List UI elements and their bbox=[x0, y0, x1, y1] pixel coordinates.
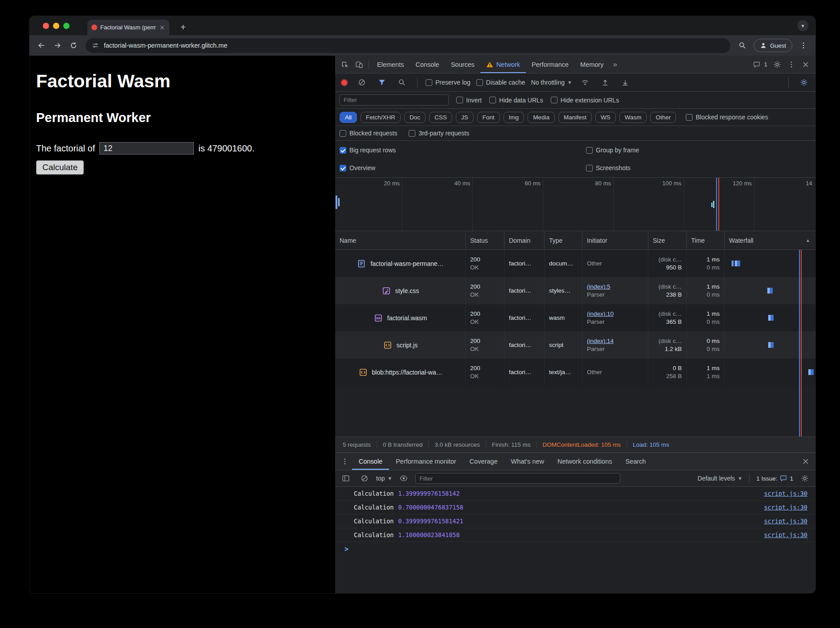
tab-close-icon[interactable] bbox=[159, 24, 165, 31]
default-levels-dropdown[interactable]: Default levels ▼ bbox=[697, 475, 742, 482]
initiator-link[interactable]: (index):14 bbox=[587, 338, 643, 344]
import-har-icon[interactable] bbox=[598, 76, 612, 89]
devtools-menu-icon[interactable] bbox=[784, 58, 799, 71]
window-minimize-button[interactable] bbox=[53, 23, 59, 29]
new-tab-button[interactable]: + bbox=[177, 21, 189, 33]
third-party-requests-checkbox[interactable]: 3rd-party requests bbox=[409, 130, 469, 137]
screenshots-checkbox[interactable]: Screenshots bbox=[586, 164, 631, 171]
column-header-domain[interactable]: Domain bbox=[504, 231, 545, 249]
tab-elements[interactable]: Elements bbox=[371, 56, 410, 73]
drawer-tab-performance-monitor[interactable]: Performance monitor bbox=[389, 453, 463, 470]
column-header-initiator[interactable]: Initiator bbox=[582, 231, 648, 249]
reload-button[interactable] bbox=[66, 38, 81, 53]
filter-chip-js[interactable]: JS bbox=[456, 112, 474, 123]
issues-counter[interactable]: 1 Issue: 1 bbox=[756, 475, 793, 482]
drawer-tab-console[interactable]: Console bbox=[352, 453, 389, 470]
clear-network-log-icon[interactable] bbox=[355, 76, 369, 89]
hide-extension-urls-checkbox[interactable]: Hide extension URLs bbox=[551, 97, 619, 104]
source-link[interactable]: script.js:30 bbox=[764, 490, 807, 497]
devtools-settings-icon[interactable] bbox=[770, 58, 784, 71]
filter-chip-css[interactable]: CSS bbox=[429, 112, 452, 123]
browser-menu-button[interactable] bbox=[796, 38, 811, 53]
network-request-row[interactable]: script.js 200OK factori… script (index):… bbox=[335, 331, 815, 359]
network-request-row[interactable]: blob:https://factorial-wa… 200OK factori… bbox=[335, 359, 815, 386]
site-settings-icon[interactable] bbox=[92, 42, 99, 49]
console-context-dropdown[interactable]: top ▼ bbox=[376, 475, 392, 482]
tab-console[interactable]: Console bbox=[410, 56, 445, 73]
network-request-row[interactable]: factorial.wasm 200OK factori… wasm (inde… bbox=[335, 304, 815, 331]
filter-chip-other[interactable]: Other bbox=[650, 112, 676, 123]
hide-data-urls-checkbox[interactable]: Hide data URLs bbox=[489, 97, 543, 104]
filter-chip-all[interactable]: All bbox=[340, 112, 357, 123]
device-toolbar-icon[interactable] bbox=[352, 58, 366, 71]
filter-chip-img[interactable]: Img bbox=[504, 112, 524, 123]
column-header-status[interactable]: Status bbox=[466, 231, 504, 249]
filter-chip-ws[interactable]: WS bbox=[595, 112, 616, 123]
window-close-button[interactable] bbox=[43, 23, 49, 29]
blocked-response-cookies-checkbox[interactable]: Blocked response cookies bbox=[686, 114, 768, 121]
filter-icon[interactable] bbox=[375, 76, 389, 89]
network-overview[interactable]: 20 ms 40 ms 60 ms 80 ms 100 ms 120 ms 14 bbox=[335, 178, 815, 231]
tab-performance[interactable]: Performance bbox=[526, 56, 574, 73]
column-header-waterfall[interactable]: Waterfall ▲ bbox=[725, 231, 815, 249]
initiator-link[interactable]: (index):5 bbox=[587, 283, 643, 290]
tab-search-button[interactable]: ▾ bbox=[797, 20, 808, 31]
preserve-log-checkbox[interactable]: Preserve log bbox=[426, 79, 471, 86]
invert-checkbox[interactable]: Invert bbox=[456, 97, 482, 104]
drawer-close-icon[interactable] bbox=[799, 455, 813, 468]
group-by-frame-checkbox[interactable]: Group by frame bbox=[586, 147, 639, 154]
console-prompt[interactable]: > bbox=[335, 542, 815, 556]
filter-chip-fetch-xhr[interactable]: Fetch/XHR bbox=[361, 112, 401, 123]
column-header-time[interactable]: Time bbox=[687, 231, 725, 249]
console-sidebar-icon[interactable] bbox=[339, 472, 353, 485]
window-zoom-button[interactable] bbox=[63, 23, 70, 29]
overview-checkbox[interactable]: Overview bbox=[340, 164, 375, 171]
console-settings-icon[interactable] bbox=[798, 472, 812, 485]
factorial-input[interactable] bbox=[99, 142, 194, 155]
record-button[interactable] bbox=[341, 80, 347, 86]
source-link[interactable]: script.js:30 bbox=[764, 504, 807, 511]
drawer-tab-network-conditions[interactable]: Network conditions bbox=[551, 453, 619, 470]
filter-chip-font[interactable]: Font bbox=[477, 112, 500, 123]
filter-chip-manifest[interactable]: Manifest bbox=[558, 112, 592, 123]
source-link[interactable]: script.js:30 bbox=[764, 531, 807, 538]
column-header-type[interactable]: Type bbox=[545, 231, 582, 249]
network-conditions-icon[interactable] bbox=[578, 76, 592, 89]
network-filter-input[interactable] bbox=[340, 94, 449, 106]
throttling-dropdown[interactable]: No throttling ▼ bbox=[531, 79, 572, 86]
drawer-tab-search[interactable]: Search bbox=[619, 453, 652, 470]
export-har-icon[interactable] bbox=[618, 76, 632, 89]
filter-chip-doc[interactable]: Doc bbox=[404, 112, 426, 123]
profile-badge[interactable]: Guest bbox=[754, 39, 792, 52]
network-request-row[interactable]: factorial-wasm-permane… 200OK factori… d… bbox=[335, 250, 815, 277]
tab-memory[interactable]: Memory bbox=[574, 56, 609, 73]
tab-sources[interactable]: Sources bbox=[445, 56, 480, 73]
drawer-tab-whats-new[interactable]: What's new bbox=[504, 453, 551, 470]
search-icon[interactable] bbox=[395, 76, 409, 89]
network-settings-icon[interactable] bbox=[797, 76, 811, 89]
column-header-name[interactable]: Name bbox=[335, 231, 466, 249]
issues-button[interactable]: 1 bbox=[750, 58, 770, 71]
console-filter-input[interactable] bbox=[415, 473, 620, 484]
forward-button[interactable] bbox=[50, 38, 65, 53]
source-link[interactable]: script.js:30 bbox=[764, 518, 807, 525]
live-expression-eye-icon[interactable] bbox=[397, 472, 411, 485]
initiator-link[interactable]: (index):10 bbox=[587, 310, 643, 317]
back-button[interactable] bbox=[34, 38, 49, 53]
browser-tab[interactable]: Factorial Wasm (permanent W bbox=[87, 20, 169, 35]
drawer-tab-coverage[interactable]: Coverage bbox=[463, 453, 504, 470]
clear-console-icon[interactable] bbox=[357, 472, 372, 485]
big-request-rows-checkbox[interactable]: Big request rows bbox=[340, 147, 396, 154]
blocked-requests-checkbox[interactable]: Blocked requests bbox=[340, 130, 397, 137]
devtools-close-icon[interactable] bbox=[799, 58, 813, 71]
filter-chip-wasm[interactable]: Wasm bbox=[619, 112, 647, 123]
drawer-menu-icon[interactable] bbox=[338, 455, 352, 468]
address-bar[interactable]: factorial-wasm-permanent-worker.glitch.m… bbox=[86, 38, 730, 53]
more-tabs-button[interactable]: » bbox=[609, 60, 620, 69]
disable-cache-checkbox[interactable]: Disable cache bbox=[476, 79, 525, 86]
column-header-size[interactable]: Size bbox=[648, 231, 687, 249]
inspect-element-icon[interactable] bbox=[338, 58, 352, 71]
zoom-icon[interactable] bbox=[735, 38, 750, 53]
filter-chip-media[interactable]: Media bbox=[528, 112, 555, 123]
tab-network[interactable]: Network bbox=[480, 56, 526, 73]
